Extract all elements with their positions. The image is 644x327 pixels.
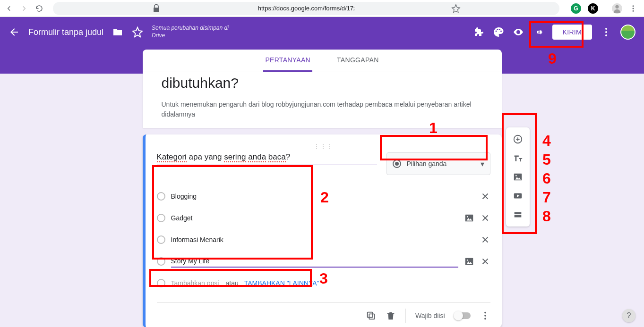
add-title-icon[interactable] (513, 153, 523, 163)
svg-point-3 (633, 10, 634, 11)
option-text-input[interactable]: Story My Life (171, 255, 458, 268)
more-menu-icon[interactable] (601, 26, 612, 38)
option-row: Gadget (157, 207, 490, 229)
svg-rect-18 (369, 314, 374, 319)
question-type-selector[interactable]: Pilihan ganda ▾ (386, 152, 490, 175)
divider (605, 4, 605, 13)
radio-empty-icon (157, 257, 165, 266)
account-avatar[interactable] (620, 25, 635, 40)
svg-point-10 (605, 31, 607, 33)
palette-icon[interactable] (493, 26, 504, 38)
forward-button[interactable] (20, 4, 28, 13)
svg-point-20 (484, 312, 486, 314)
question-footer: Wajib diisi (157, 302, 490, 323)
svg-point-9 (605, 28, 607, 30)
question-more-icon[interactable] (480, 310, 490, 321)
svg-point-21 (484, 315, 486, 317)
svg-point-5 (497, 29, 498, 30)
required-toggle[interactable] (455, 312, 471, 319)
back-arrow-icon[interactable] (9, 26, 20, 38)
option-remove-icon[interactable] (480, 235, 490, 245)
option-text-input[interactable]: Gadget (171, 212, 458, 224)
radio-empty-icon (157, 279, 165, 287)
svg-point-2 (633, 8, 634, 9)
option-row: Story My Life (157, 251, 490, 272)
add-question-icon[interactable] (513, 134, 523, 144)
svg-point-22 (484, 318, 486, 320)
url-bar[interactable]: https://docs.google.com/forms/d/17zuriDX… (53, 2, 559, 15)
svg-point-1 (633, 5, 634, 7)
option-image-icon[interactable] (464, 256, 474, 267)
duplicate-icon[interactable] (366, 310, 376, 321)
form-description[interactable]: Untuk menemukan pengaruh dari blog robby… (162, 100, 483, 119)
drag-handle-icon[interactable]: ⋮⋮⋮ (157, 143, 490, 150)
form-header-card: PERTANYAAN TANGGAPAN dibutuhkan? Untuk m… (143, 50, 502, 128)
question-title-input[interactable]: Kategori apa yang sering anda baca? (157, 152, 377, 165)
option-row: Blogging (157, 185, 490, 207)
save-status: Semua perubahan disimpan di Drive (152, 25, 232, 39)
option-text-input[interactable]: Informasi Menarik (171, 234, 474, 245)
app-header: Formulir tanpa judul Semua perubahan dis… (0, 17, 644, 47)
svg-point-8 (517, 31, 519, 33)
star-outline-icon[interactable] (132, 26, 143, 38)
svg-rect-19 (368, 312, 373, 318)
svg-point-4 (495, 31, 497, 32)
radio-empty-icon (157, 235, 165, 244)
option-image-icon[interactable] (464, 213, 474, 223)
option-row: Informasi Menarik (157, 229, 490, 251)
add-video-icon[interactable] (513, 191, 523, 201)
svg-point-0 (615, 5, 618, 8)
document-title[interactable]: Formulir tanpa judul (28, 27, 103, 37)
add-image-icon[interactable] (513, 172, 523, 182)
grammarly-icon[interactable]: G (571, 3, 581, 14)
add-other-button[interactable]: TAMBAHKAN "LAINNYA" (244, 279, 319, 287)
add-option-separator: atau (225, 279, 238, 287)
question-type-label: Pilihan ganda (407, 160, 475, 168)
browser-chrome: https://docs.google.com/forms/d/17zuriDX… (0, 0, 644, 17)
options-list: BloggingGadgetInformasi MenarikStory My … (157, 185, 490, 272)
svg-point-6 (499, 29, 500, 30)
tab-responses[interactable]: TANGGAPAN (335, 50, 381, 72)
required-label: Wajib diisi (415, 312, 445, 319)
star-icon[interactable] (358, 4, 554, 13)
radio-empty-icon (157, 192, 165, 201)
tab-questions[interactable]: PERTANYAAN (263, 50, 312, 72)
question-card: ⋮⋮⋮ Kategori apa yang sering anda baca? … (143, 134, 502, 327)
svg-rect-29 (515, 212, 522, 215)
svg-point-14 (466, 216, 468, 218)
add-option-placeholder[interactable]: Tambahkan opsi (171, 279, 219, 287)
divider (405, 309, 406, 323)
extension-icons: G K (569, 3, 639, 14)
option-remove-icon[interactable] (480, 213, 490, 223)
svg-point-7 (500, 31, 502, 32)
option-remove-icon[interactable] (480, 256, 490, 267)
addons-icon[interactable] (473, 26, 484, 38)
folder-icon[interactable] (112, 26, 123, 38)
svg-point-26 (515, 175, 517, 176)
option-remove-icon[interactable] (480, 191, 490, 201)
svg-point-11 (605, 34, 607, 36)
reload-button[interactable] (35, 4, 43, 13)
ext-k-icon[interactable]: K (588, 3, 598, 14)
svg-point-17 (466, 260, 468, 261)
back-button[interactable] (5, 4, 13, 13)
tab-bar: PERTANYAAN TANGGAPAN (143, 50, 502, 72)
add-section-icon[interactable] (513, 210, 523, 220)
settings-icon[interactable] (532, 26, 544, 38)
option-text-input[interactable]: Blogging (171, 191, 474, 202)
profile-icon[interactable] (612, 3, 622, 14)
radio-icon (393, 159, 401, 168)
radio-empty-icon (157, 214, 165, 222)
send-button[interactable]: KIRIM (552, 25, 592, 40)
preview-icon[interactable] (513, 26, 524, 38)
browser-menu-icon[interactable] (629, 4, 637, 13)
form-title[interactable]: dibutuhkan? (162, 75, 483, 91)
svg-rect-30 (515, 215, 522, 218)
url-text: https://docs.google.com/forms/d/17zuriDX… (258, 5, 354, 12)
side-toolbar (506, 127, 530, 226)
delete-icon[interactable] (386, 310, 396, 321)
add-option-row: Tambahkan opsi atau TAMBAHKAN "LAINNYA" (157, 272, 490, 294)
lock-icon (59, 4, 254, 13)
caret-down-icon: ▾ (481, 159, 484, 168)
